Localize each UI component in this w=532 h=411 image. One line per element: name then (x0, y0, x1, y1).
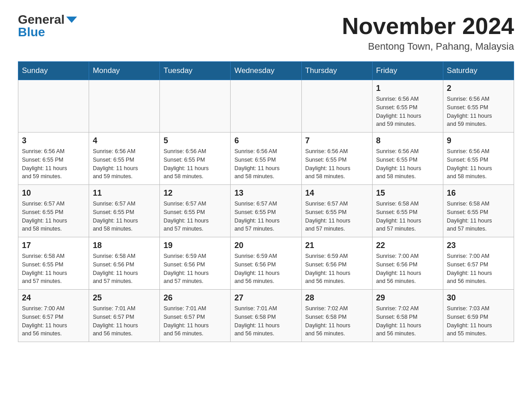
day-info: Sunrise: 6:56 AMSunset: 6:55 PMDaylight:… (234, 147, 297, 181)
calendar-week-row: 24Sunrise: 7:00 AMSunset: 6:57 PMDayligh… (18, 290, 514, 342)
day-number: 12 (163, 188, 227, 198)
day-number: 30 (447, 293, 510, 303)
day-info: Sunrise: 7:01 AMSunset: 6:57 PMDaylight:… (93, 304, 156, 338)
calendar-cell: 13Sunrise: 6:57 AMSunset: 6:55 PMDayligh… (231, 185, 301, 237)
calendar-cell: 9Sunrise: 6:56 AMSunset: 6:55 PMDaylight… (443, 133, 514, 185)
calendar-cell: 14Sunrise: 6:57 AMSunset: 6:55 PMDayligh… (301, 185, 372, 237)
day-info: Sunrise: 6:57 AMSunset: 6:55 PMDaylight:… (163, 200, 227, 233)
day-info: Sunrise: 6:56 AMSunset: 6:55 PMDaylight:… (305, 147, 369, 181)
day-info: Sunrise: 7:01 AMSunset: 6:58 PMDaylight:… (234, 304, 297, 338)
day-info: Sunrise: 6:56 AMSunset: 6:55 PMDaylight:… (22, 147, 85, 181)
day-info: Sunrise: 6:57 AMSunset: 6:55 PMDaylight:… (305, 200, 369, 233)
day-number: 14 (305, 188, 369, 198)
day-number: 10 (22, 188, 85, 198)
calendar-cell: 25Sunrise: 7:01 AMSunset: 6:57 PMDayligh… (89, 290, 160, 342)
day-info: Sunrise: 7:02 AMSunset: 6:58 PMDaylight:… (376, 304, 439, 338)
calendar-cell (160, 80, 231, 133)
day-info: Sunrise: 7:02 AMSunset: 6:58 PMDaylight:… (305, 304, 369, 338)
day-info: Sunrise: 6:58 AMSunset: 6:55 PMDaylight:… (376, 200, 439, 233)
day-number: 6 (234, 136, 297, 146)
day-info: Sunrise: 6:58 AMSunset: 6:55 PMDaylight:… (22, 252, 85, 286)
day-info: Sunrise: 6:56 AMSunset: 6:55 PMDaylight:… (376, 95, 439, 128)
day-number: 11 (93, 188, 156, 198)
calendar-cell: 21Sunrise: 6:59 AMSunset: 6:56 PMDayligh… (301, 237, 372, 290)
calendar-cell: 19Sunrise: 6:59 AMSunset: 6:56 PMDayligh… (160, 237, 231, 290)
calendar-cell: 4Sunrise: 6:56 AMSunset: 6:55 PMDaylight… (89, 133, 160, 185)
weekday-header-friday: Friday (372, 62, 443, 80)
calendar-cell: 26Sunrise: 7:01 AMSunset: 6:57 PMDayligh… (160, 290, 231, 342)
calendar-cell: 17Sunrise: 6:58 AMSunset: 6:55 PMDayligh… (18, 237, 89, 290)
day-number: 5 (163, 136, 227, 146)
calendar-cell: 11Sunrise: 6:57 AMSunset: 6:55 PMDayligh… (89, 185, 160, 237)
calendar-cell: 16Sunrise: 6:58 AMSunset: 6:55 PMDayligh… (443, 185, 514, 237)
day-number: 16 (447, 188, 510, 198)
day-number: 7 (305, 136, 369, 146)
calendar-cell: 6Sunrise: 6:56 AMSunset: 6:55 PMDaylight… (231, 133, 301, 185)
day-info: Sunrise: 6:59 AMSunset: 6:56 PMDaylight:… (305, 252, 369, 286)
calendar-week-row: 3Sunrise: 6:56 AMSunset: 6:55 PMDaylight… (18, 133, 514, 185)
calendar-cell (89, 80, 160, 133)
calendar-week-row: 10Sunrise: 6:57 AMSunset: 6:55 PMDayligh… (18, 185, 514, 237)
day-number: 19 (163, 241, 227, 250)
weekday-header-sunday: Sunday (18, 62, 89, 80)
weekday-header-saturday: Saturday (443, 62, 514, 80)
calendar-cell: 3Sunrise: 6:56 AMSunset: 6:55 PMDaylight… (18, 133, 89, 185)
day-number: 4 (93, 136, 156, 146)
day-info: Sunrise: 6:58 AMSunset: 6:55 PMDaylight:… (447, 200, 510, 233)
day-number: 23 (447, 241, 510, 250)
day-number: 29 (376, 293, 439, 303)
calendar-cell (231, 80, 301, 133)
location-subtitle: Bentong Town, Pahang, Malaysia (342, 41, 514, 52)
day-info: Sunrise: 7:00 AMSunset: 6:56 PMDaylight:… (376, 252, 439, 286)
calendar-cell: 23Sunrise: 7:00 AMSunset: 6:57 PMDayligh… (443, 237, 514, 290)
calendar-cell: 22Sunrise: 7:00 AMSunset: 6:56 PMDayligh… (372, 237, 443, 290)
day-number: 18 (93, 241, 156, 250)
calendar-cell: 8Sunrise: 6:56 AMSunset: 6:55 PMDaylight… (372, 133, 443, 185)
calendar-cell: 18Sunrise: 6:58 AMSunset: 6:56 PMDayligh… (89, 237, 160, 290)
day-info: Sunrise: 6:56 AMSunset: 6:55 PMDaylight:… (163, 147, 227, 181)
logo-blue-text: Blue (18, 26, 45, 39)
day-number: 9 (447, 136, 510, 146)
day-number: 27 (234, 293, 297, 303)
logo-arrow-icon (66, 17, 77, 23)
day-number: 20 (234, 241, 297, 250)
calendar-cell: 28Sunrise: 7:02 AMSunset: 6:58 PMDayligh… (301, 290, 372, 342)
calendar-cell: 27Sunrise: 7:01 AMSunset: 6:58 PMDayligh… (231, 290, 301, 342)
day-number: 24 (22, 293, 85, 303)
day-info: Sunrise: 6:57 AMSunset: 6:55 PMDaylight:… (234, 200, 297, 233)
calendar-cell: 15Sunrise: 6:58 AMSunset: 6:55 PMDayligh… (372, 185, 443, 237)
day-info: Sunrise: 6:57 AMSunset: 6:55 PMDaylight:… (93, 200, 156, 233)
day-number: 8 (376, 136, 439, 146)
calendar-cell (18, 80, 89, 133)
day-info: Sunrise: 7:03 AMSunset: 6:59 PMDaylight:… (447, 304, 510, 338)
calendar-week-row: 1Sunrise: 6:56 AMSunset: 6:55 PMDaylight… (18, 80, 514, 133)
calendar-cell (301, 80, 372, 133)
page-header: General Blue November 2024 Bentong Town,… (18, 13, 514, 52)
calendar-table: SundayMondayTuesdayWednesdayThursdayFrid… (18, 61, 514, 342)
day-number: 15 (376, 188, 439, 198)
weekday-header-wednesday: Wednesday (231, 62, 301, 80)
calendar-cell: 29Sunrise: 7:02 AMSunset: 6:58 PMDayligh… (372, 290, 443, 342)
day-number: 2 (447, 84, 510, 93)
month-title: November 2024 (342, 13, 514, 39)
day-info: Sunrise: 6:57 AMSunset: 6:55 PMDaylight:… (22, 200, 85, 233)
day-info: Sunrise: 6:56 AMSunset: 6:55 PMDaylight:… (447, 95, 510, 128)
calendar-cell: 5Sunrise: 6:56 AMSunset: 6:55 PMDaylight… (160, 133, 231, 185)
day-info: Sunrise: 7:00 AMSunset: 6:57 PMDaylight:… (22, 304, 85, 338)
day-number: 3 (22, 136, 85, 146)
day-info: Sunrise: 6:56 AMSunset: 6:55 PMDaylight:… (447, 147, 510, 181)
day-number: 13 (234, 188, 297, 198)
day-info: Sunrise: 6:59 AMSunset: 6:56 PMDaylight:… (163, 252, 227, 286)
calendar-cell: 30Sunrise: 7:03 AMSunset: 6:59 PMDayligh… (443, 290, 514, 342)
weekday-header-thursday: Thursday (301, 62, 372, 80)
day-number: 21 (305, 241, 369, 250)
calendar-cell: 12Sunrise: 6:57 AMSunset: 6:55 PMDayligh… (160, 185, 231, 237)
calendar-cell: 1Sunrise: 6:56 AMSunset: 6:55 PMDaylight… (372, 80, 443, 133)
day-number: 25 (93, 293, 156, 303)
calendar-cell: 24Sunrise: 7:00 AMSunset: 6:57 PMDayligh… (18, 290, 89, 342)
day-number: 28 (305, 293, 369, 303)
day-number: 17 (22, 241, 85, 250)
calendar-cell: 20Sunrise: 6:59 AMSunset: 6:56 PMDayligh… (231, 237, 301, 290)
weekday-header-row: SundayMondayTuesdayWednesdayThursdayFrid… (18, 62, 514, 80)
day-number: 1 (376, 84, 439, 93)
